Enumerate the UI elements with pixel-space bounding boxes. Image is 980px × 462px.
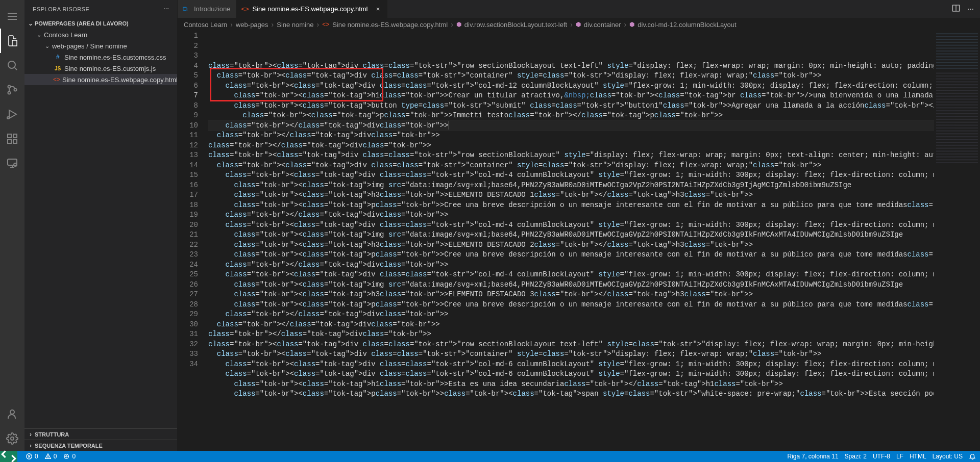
folder-label: Contoso Learn (44, 31, 87, 39)
breadcrumb-item[interactable]: div.row.sectionBlockLayout.text-left (464, 21, 567, 29)
sidebar-title-row: ESPLORA RISORSE ⋯ (24, 0, 177, 18)
status-eol[interactable]: LF (896, 453, 903, 460)
source-control-icon[interactable] (0, 78, 24, 102)
file-label: Sine nomine.es-ES.customjs.js (64, 65, 156, 72)
tab-bar-actions: ⋯ (946, 0, 980, 18)
code-content[interactable]: class="tok-br"><class="tok-tag">div clas… (208, 31, 934, 451)
sidebar-title: ESPLORA RISORSE (33, 6, 89, 12)
status-indentation[interactable]: Spazi: 2 (845, 453, 867, 460)
tab-label: Sine nomine.es-ES.webpage.copy.html (253, 5, 368, 13)
breadcrumb-item[interactable]: Contoso Learn (184, 21, 227, 29)
js-file-icon: JS (53, 66, 62, 71)
settings-gear-icon[interactable] (0, 426, 24, 451)
status-keyboard-layout[interactable]: Layout: US (933, 453, 963, 460)
css-file-icon: # (53, 54, 62, 61)
folder-sep: / (85, 42, 90, 50)
breadcrumb-item[interactable]: div.col-md-12.columnBlockLayout (638, 21, 736, 29)
tree-file-js[interactable]: JS Sine nomine.es-ES.customjs.js (24, 63, 177, 74)
split-editor-icon[interactable] (952, 4, 960, 14)
warning-count: 0 (54, 453, 57, 460)
svg-point-7 (14, 89, 17, 91)
chevron-right-icon: › (27, 431, 35, 438)
tree-folder-webpages[interactable]: ⌄ web-pages / Sine nomine (24, 40, 177, 52)
symbol-icon: ⬢ (576, 21, 581, 28)
chevron-right-icon: › (272, 20, 274, 29)
chevron-down-icon: ⌄ (37, 32, 44, 38)
chevron-right-icon: › (624, 20, 627, 29)
svg-line-4 (15, 68, 17, 70)
folder-label: Sine nomine (90, 42, 127, 50)
symbol-icon: ⬢ (629, 21, 634, 28)
outline-section[interactable]: › STRUTTURA (24, 428, 177, 440)
outline-label: STRUTTURA (35, 431, 69, 438)
svg-point-26 (47, 457, 48, 458)
file-label: Sine nomine.es-ES.customcss.css (64, 54, 166, 61)
status-language[interactable]: HTML (910, 453, 926, 460)
editor-group: ⧉ Introduzione <> Sine nomine.es-ES.webp… (178, 0, 980, 451)
explorer-sidebar: ESPLORA RISORSE ⋯ ⌄ POWERPAGES (AREA DI … (24, 0, 178, 451)
close-icon[interactable]: × (374, 5, 382, 13)
svg-rect-14 (8, 159, 17, 165)
search-icon[interactable] (0, 53, 24, 78)
status-warnings[interactable]: 0 (44, 453, 57, 460)
extensions-icon[interactable] (0, 126, 24, 151)
workspace-title: POWERPAGES (AREA DI LAVORO) (35, 20, 129, 27)
run-debug-icon[interactable] (0, 102, 24, 126)
svg-point-5 (8, 86, 11, 88)
sidebar-more-icon[interactable]: ⋯ (163, 6, 169, 12)
file-tree: ⌄ Contoso Learn ⌄ web-pages / Sine nomin… (24, 29, 177, 85)
menu-icon[interactable] (0, 4, 24, 29)
html-file-icon: <> (241, 5, 250, 13)
svg-point-19 (11, 437, 14, 440)
tree-file-html[interactable]: <> Sine nomine.es-ES.webpage.copy.html (24, 74, 177, 85)
svg-rect-10 (8, 134, 11, 138)
html-file-icon: <> (53, 76, 60, 83)
tree-file-css[interactable]: # Sine nomine.es-ES.customcss.css (24, 52, 177, 63)
chevron-right-icon: › (570, 20, 573, 29)
status-cursor-position[interactable]: Riga 7, colonna 11 (788, 453, 839, 460)
breadcrumb-item[interactable]: Sine nomine.es-ES.webpage.copy.html (332, 21, 448, 29)
breadcrumb[interactable]: Contoso Learn› web-pages› Sine nomine› <… (178, 18, 980, 31)
svg-point-3 (8, 61, 15, 68)
more-actions-icon[interactable]: ⋯ (967, 5, 974, 13)
svg-rect-12 (13, 140, 17, 143)
status-errors[interactable]: 0 (26, 453, 38, 460)
svg-point-28 (66, 456, 67, 457)
status-notifications-icon[interactable] (969, 453, 976, 460)
breadcrumb-item[interactable]: div.container (584, 21, 621, 29)
vscode-icon: ⧉ (183, 5, 191, 13)
chevron-right-icon: › (27, 442, 35, 449)
explorer-icon[interactable] (0, 29, 24, 53)
symbol-icon: ⬢ (456, 21, 461, 28)
chevron-right-icon: › (317, 20, 320, 29)
workspace-header[interactable]: ⌄ POWERPAGES (AREA DI LAVORO) (24, 18, 177, 29)
tab-label: Introduzione (194, 5, 231, 13)
breadcrumb-item[interactable]: Sine nomine (277, 21, 313, 29)
status-bar: 0 0 0 Riga 7, colonna 11 Spazi: 2 UTF-8 … (0, 451, 980, 462)
ports-count: 0 (72, 453, 76, 460)
svg-point-18 (10, 410, 14, 414)
tree-folder-root[interactable]: ⌄ Contoso Learn (24, 29, 177, 40)
chevron-right-icon: › (451, 20, 453, 29)
status-encoding[interactable]: UTF-8 (873, 453, 890, 460)
html-file-icon: <> (322, 21, 329, 28)
accounts-icon[interactable] (0, 402, 24, 426)
minimap[interactable] (934, 31, 980, 451)
svg-point-9 (7, 117, 9, 119)
remote-indicator[interactable] (0, 451, 17, 462)
svg-marker-8 (9, 110, 16, 118)
file-label: Sine nomine.es-ES.webpage.copy.html (62, 76, 178, 84)
status-ports[interactable]: 0 (63, 453, 76, 460)
timeline-section[interactable]: › SEQUENZA TEMPORALE (24, 440, 177, 451)
tab-webpage-html[interactable]: <> Sine nomine.es-ES.webpage.copy.html × (236, 0, 388, 18)
svg-point-6 (8, 92, 11, 94)
remote-explorer-icon[interactable] (0, 151, 24, 175)
line-number-gutter: 1234567891011121314151617181920212223242… (178, 31, 208, 451)
breadcrumb-item[interactable]: web-pages (236, 21, 268, 29)
chevron-down-icon: ⌄ (27, 20, 35, 27)
tab-introduzione[interactable]: ⧉ Introduzione (178, 0, 236, 18)
folder-label: web-pages (52, 42, 85, 50)
code-editor[interactable]: 1234567891011121314151617181920212223242… (178, 31, 980, 451)
svg-rect-13 (13, 134, 17, 138)
svg-rect-11 (8, 140, 11, 143)
